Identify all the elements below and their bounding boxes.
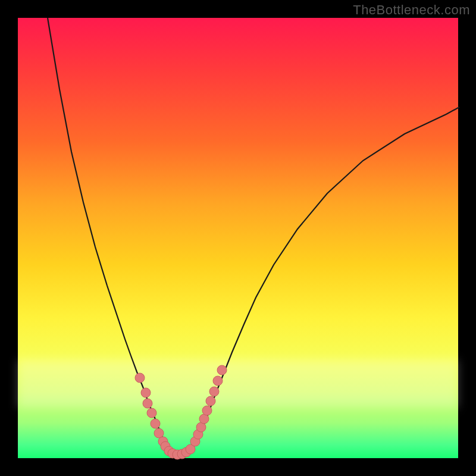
scatter-marker [151, 419, 160, 428]
curve-group [48, 18, 459, 455]
left-curve [48, 18, 170, 452]
scatter-marker [217, 365, 227, 375]
scatter-marker [154, 428, 164, 438]
scatter-marker [202, 406, 212, 415]
scatter-marker [209, 387, 219, 396]
chart-frame: TheBottleneck.com [0, 0, 476, 476]
scatter-marker [141, 388, 151, 397]
scatter-marker [135, 373, 145, 383]
scatter-marker [206, 396, 215, 406]
scatter-marker [213, 376, 223, 386]
scatter-marker [147, 408, 156, 418]
right-curve [190, 107, 459, 453]
chart-svg [18, 18, 458, 458]
marker-group [135, 365, 227, 459]
watermark-text: TheBottleneck.com [353, 2, 470, 18]
scatter-marker [143, 399, 152, 408]
